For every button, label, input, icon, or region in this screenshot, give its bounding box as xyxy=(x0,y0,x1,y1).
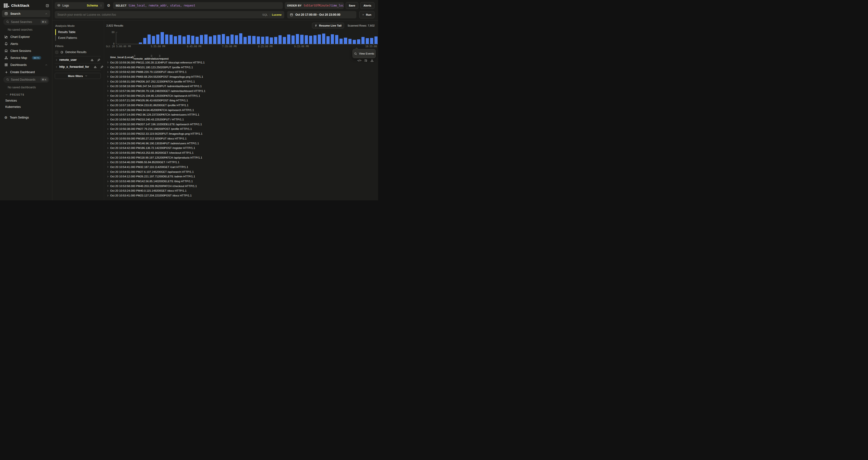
histogram-plot[interactable]: 80 0 Oct 20 5:00:00 PM5:55:00 PM6:45:00 … xyxy=(116,32,378,44)
expand-row-icon[interactable] xyxy=(105,113,110,116)
histogram-bar[interactable] xyxy=(235,35,238,44)
table-row[interactable]: Oct 20 10:58:31.000 PM206.167.252.22200P… xyxy=(105,79,378,84)
column-header-time-local[interactable]: time_local (Local) xyxy=(110,56,133,59)
table-row[interactable]: Oct 20 10:54:46.000 PM86.55.84.85200GET … xyxy=(105,160,378,165)
histogram-bar[interactable] xyxy=(139,42,142,44)
histogram-bar[interactable] xyxy=(305,35,308,44)
table-row[interactable]: Oct 20 10:56:38.000 PM27.79.216.198200PO… xyxy=(105,127,378,132)
expand-row-icon[interactable] xyxy=(105,90,110,92)
histogram-bar[interactable] xyxy=(313,35,317,44)
table-row[interactable]: Oct 20 10:54:43.000 PM118.99.197.125200P… xyxy=(105,155,378,160)
histogram-bar[interactable] xyxy=(143,38,146,44)
collapse-sidebar-icon[interactable] xyxy=(45,4,49,7)
table-row[interactable]: Oct 20 10:53:48.000 PM142.56.85.140200DE… xyxy=(105,179,378,184)
sidebar-item-search[interactable]: Search xyxy=(2,10,50,17)
histogram-bar[interactable] xyxy=(174,36,177,44)
denoise-checkbox[interactable] xyxy=(55,51,58,54)
preset-item-services[interactable]: Services xyxy=(2,97,50,104)
table-row[interactable]: Oct 20 10:53:24.000 PM40.0.115.149200GET… xyxy=(105,189,378,193)
alerts-button[interactable]: Alerts xyxy=(360,2,374,9)
histogram-bar[interactable] xyxy=(287,34,290,44)
table-row[interactable]: Oct 20 10:57:06.000 PM190.79.136.248200G… xyxy=(105,89,378,93)
histogram-bar[interactable] xyxy=(318,34,321,44)
table-row[interactable]: Oct 20 10:54:41.000 PM32.187.110.114200G… xyxy=(105,165,378,169)
select-clause-input[interactable]: SELECT time_local, remote_addr, status, … xyxy=(113,2,283,9)
table-row[interactable]: Oct 20 10:53:58.000 PM49.203.209.95200PA… xyxy=(105,184,378,189)
expand-row-icon[interactable] xyxy=(105,166,110,168)
sidebar-item-dashboards[interactable]: Dashboards xyxy=(2,61,50,68)
histogram-bar[interactable] xyxy=(195,37,199,44)
table-row[interactable]: Oct 20 10:57:21.000 PM105.96.43.69200POS… xyxy=(105,98,378,103)
table-row[interactable]: Oct 20 10:53:41.000 PM23.127.204.223200P… xyxy=(105,193,378,198)
table-row[interactable]: Oct 20 10:54:12.000 PM26.221.197.71200DE… xyxy=(105,174,378,179)
histogram-bar[interactable] xyxy=(344,38,347,44)
histogram-bar[interactable] xyxy=(248,36,251,44)
analysis-mode-results-table[interactable]: Results Table xyxy=(55,29,101,35)
table-row[interactable]: Oct 20 10:59:49.000 PM101.180.123.250200… xyxy=(105,65,378,70)
download-icon[interactable] xyxy=(370,59,374,62)
table-row[interactable]: Oct 20 10:54:55.000 PM143.253.65.90200GE… xyxy=(105,150,378,155)
histogram-bar[interactable] xyxy=(222,34,225,44)
histogram-bar[interactable] xyxy=(200,35,203,44)
histogram-bar[interactable] xyxy=(217,35,221,44)
more-filters-button[interactable]: More filters xyxy=(55,73,101,79)
column-header-request[interactable]: request xyxy=(159,55,169,60)
expand-row-icon[interactable] xyxy=(105,104,110,107)
expand-row-icon[interactable] xyxy=(105,128,110,130)
histogram-bar[interactable] xyxy=(266,36,269,44)
table-row[interactable]: Oct 20 10:54:55.000 PM27.6.107.245200GET… xyxy=(105,169,378,174)
expand-row-icon[interactable] xyxy=(105,118,110,121)
expand-row-icon[interactable] xyxy=(105,184,110,187)
histogram-bar[interactable] xyxy=(213,35,216,44)
histogram-bar[interactable] xyxy=(252,36,255,44)
pin-icon[interactable] xyxy=(100,65,103,68)
expand-row-icon[interactable] xyxy=(105,99,110,102)
saved-dashboards-input[interactable] xyxy=(11,78,39,81)
table-row[interactable]: Oct 20 10:56:52.000 PM210.240.43.225200P… xyxy=(105,117,378,122)
pin-icon[interactable] xyxy=(97,58,100,61)
analysis-mode-event-patterns[interactable]: Event Patterns xyxy=(55,35,101,41)
histogram-bar[interactable] xyxy=(226,36,229,44)
resume-live-tail-button[interactable]: Resume Live Tail xyxy=(312,23,344,28)
column-header-remote-addr[interactable]: remote_addr xyxy=(133,55,151,60)
table-row[interactable]: Oct 20 10:57:50.000 PM125.194.85.120200P… xyxy=(105,93,378,98)
expand-row-icon[interactable] xyxy=(105,71,110,74)
histogram-bar[interactable] xyxy=(340,39,343,44)
histogram-bar[interactable] xyxy=(230,34,234,44)
table-row[interactable]: Oct 20 10:56:32.000 PM207.147.196.10200D… xyxy=(105,122,378,127)
expand-row-icon[interactable] xyxy=(105,194,110,197)
histogram-bar[interactable] xyxy=(283,37,286,44)
table-row[interactable]: Oct 20 10:59:36.000 PM111.100.28.11304PU… xyxy=(105,60,378,65)
histogram-bar[interactable] xyxy=(183,36,186,44)
histogram-bar[interactable] xyxy=(239,33,242,44)
table-row[interactable]: Oct 20 10:57:14.000 PM2.96.129.237200PAT… xyxy=(105,112,378,117)
time-range-picker[interactable]: Oct 20 17:00:00 - Oct 20 23:00:00 xyxy=(287,11,356,18)
saved-searches-search[interactable]: ⌘ K xyxy=(3,19,49,25)
sidebar-item-chart-explorer[interactable]: Chart Explorer xyxy=(2,33,50,40)
expand-row-icon[interactable] xyxy=(105,170,110,173)
save-button[interactable]: Save xyxy=(346,2,359,9)
run-button[interactable]: Run xyxy=(359,11,374,18)
histogram-bar[interactable] xyxy=(178,35,181,44)
histogram-bar[interactable] xyxy=(296,34,299,44)
expand-row-icon[interactable] xyxy=(105,180,110,183)
drag-handle-icon[interactable] xyxy=(159,55,169,57)
table-row[interactable]: Oct 20 10:54:42.000 PM186.136.72.142200P… xyxy=(105,146,378,150)
presets-section-toggle[interactable]: PRESETS xyxy=(2,91,50,97)
histogram-bar[interactable] xyxy=(374,36,378,44)
histogram-bar[interactable] xyxy=(156,34,159,44)
histogram-bar[interactable] xyxy=(209,36,212,44)
expand-row-icon[interactable] xyxy=(105,75,110,78)
histogram-bar[interactable] xyxy=(278,35,282,44)
preset-item-kubernetes[interactable]: Kubernetes xyxy=(2,104,50,110)
chevron-right-icon[interactable] xyxy=(55,59,58,61)
expand-row-icon[interactable] xyxy=(105,147,110,149)
histogram-bar[interactable] xyxy=(261,37,264,44)
histogram-bar[interactable] xyxy=(331,34,334,44)
event-search-input[interactable] xyxy=(57,13,260,17)
table-row[interactable]: Oct 20 10:55:10.000 PM232.33.119.56200PU… xyxy=(105,131,378,136)
histogram-bar[interactable] xyxy=(309,36,312,44)
event-search-bar[interactable]: SQL | Lucene xyxy=(55,11,284,18)
schema-select-value[interactable]: Schema xyxy=(87,4,98,7)
table-row[interactable]: Oct 20 10:57:39.000 PM4.94.64.45200PATCH… xyxy=(105,108,378,112)
